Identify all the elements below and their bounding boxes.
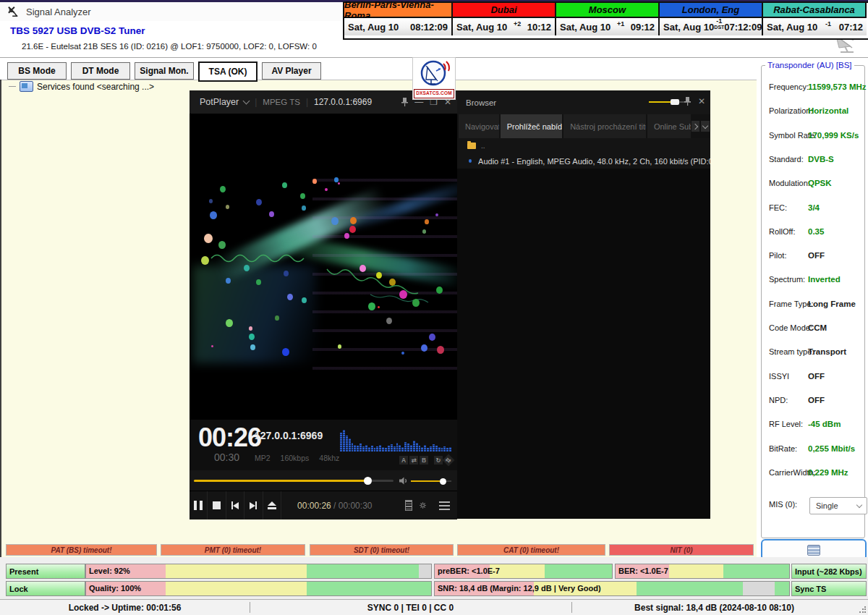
spectrum-bar	[365, 445, 367, 451]
folder-up-row[interactable]: ..	[457, 138, 710, 153]
separator: |	[306, 97, 308, 107]
video-particle	[244, 265, 250, 271]
spectrum-bar	[441, 448, 443, 451]
browser-tab-navigovat[interactable]: Navigovat	[459, 114, 499, 138]
tab-bs-mode[interactable]: BS Mode	[7, 62, 67, 80]
transponder-field-row: RollOff:0.35	[762, 227, 864, 238]
spectrum-bar	[419, 446, 421, 451]
playlist-icon[interactable]	[405, 500, 412, 511]
video-canvas[interactable]	[190, 114, 457, 420]
spectrum-bar	[443, 446, 446, 451]
spectrum-bar	[343, 430, 345, 451]
tab-scroll-right-button[interactable]	[692, 121, 700, 132]
tab-tsa-ok-[interactable]: TSA (OK)	[198, 62, 258, 82]
stream-url: 127.0.0.1:6969	[255, 430, 323, 441]
stream-source: 127.0.0.1:6969	[314, 97, 372, 107]
pause-button[interactable]	[190, 491, 208, 519]
seek-thumb[interactable]	[364, 477, 372, 485]
next-button[interactable]	[244, 491, 263, 519]
field-value: 0.35	[808, 227, 824, 236]
audio-track-row[interactable]: Audio #1 - English, MPEG Audio, 48.0 kHz…	[457, 153, 710, 169]
spectrum-bar	[435, 446, 438, 451]
quality-bar: Quality: 100%	[85, 581, 432, 596]
mis-select[interactable]: Single	[809, 497, 867, 514]
gear-icon[interactable]	[420, 500, 426, 511]
volume-icon[interactable]	[399, 477, 408, 485]
close-icon[interactable]: ✕	[698, 96, 705, 106]
spectrum-bar	[376, 446, 378, 451]
volume-thumb[interactable]	[440, 478, 446, 485]
world-clocks: Berlin-Paris-Vienna-RomaDubaiMoscowLondo…	[343, 1, 868, 40]
transponder-field-row: Stream type:Transport	[762, 347, 864, 358]
opacity-slider-thumb[interactable]	[671, 99, 679, 105]
field-value: DVB-S	[808, 155, 834, 164]
status-best-signal: Best signal: 18,4 dB (2024-08-10 08:10)	[571, 603, 857, 613]
ab-button-0[interactable]: A	[399, 456, 408, 465]
ab-button-2[interactable]: B	[420, 456, 428, 465]
video-particle	[436, 287, 443, 294]
field-label: Frame Type:	[769, 300, 814, 308]
field-value: Horizontal	[808, 106, 848, 115]
field-label: RF Level:	[769, 420, 803, 428]
browser-tab-prohlížeč-nabídky[interactable]: Prohlížeč nabídky	[501, 114, 562, 138]
clock-city-header: Dubai	[453, 3, 556, 18]
tab-av-player[interactable]: AV Player	[262, 62, 321, 80]
stop-button[interactable]	[208, 491, 226, 519]
clock-time: 08:12:09	[410, 22, 448, 33]
folder-icon	[467, 143, 476, 149]
volume-bar[interactable]	[411, 480, 451, 482]
field-value: 3/4	[808, 203, 820, 212]
menu-icon[interactable]	[439, 501, 450, 510]
seek-bar[interactable]	[194, 480, 393, 482]
potplayer-menu[interactable]: PotPlayer	[200, 97, 239, 107]
tab-dt-mode[interactable]: DT Mode	[71, 62, 130, 80]
clock-time: 10:12	[527, 22, 551, 33]
bar-segment	[545, 564, 612, 578]
transponder-field-row: Standard:DVB-S	[762, 155, 864, 166]
transponder-fieldset: Frequency:11599,573 MHzPolarization:Hori…	[761, 65, 865, 538]
eject-button[interactable]	[263, 491, 281, 519]
spectrum-bar	[446, 448, 448, 451]
pin-icon[interactable]	[401, 98, 408, 106]
clock-time: 09:12	[631, 22, 655, 33]
field-value: 170,999 KS/s	[808, 131, 859, 140]
spectrum-bar	[421, 447, 423, 451]
field-label: Polarization:	[769, 106, 813, 115]
psi-bar-pmt: PMT (0) timeout!	[161, 544, 305, 556]
spectrum-bar	[430, 446, 432, 451]
video-particle	[425, 219, 429, 224]
clock-city-header: Rabat-Casablanca	[763, 3, 867, 18]
resize-grip[interactable]	[859, 606, 866, 614]
tab-signal-mon-[interactable]: Signal Mon.	[135, 62, 194, 80]
services-tree-item[interactable]: Services found <searching ...>	[9, 81, 154, 92]
seek-row	[190, 470, 457, 491]
pin-icon[interactable]	[684, 97, 691, 106]
field-label: Standard:	[769, 155, 804, 164]
bar-label: Level: 92%	[89, 567, 130, 575]
video-particle	[275, 315, 279, 321]
bar-label: BER: <1.0E-7	[618, 567, 668, 575]
bullet-icon	[469, 159, 472, 163]
browser-tab-nástroj-procházení-titulků[interactable]: Nástroj procházení titulků	[563, 114, 646, 138]
mode-tabs: BS ModeDT ModeSignal Mon.TSA (OK)AV Play…	[7, 62, 321, 80]
clock-offset: +2	[507, 21, 527, 27]
previous-button[interactable]	[226, 491, 244, 519]
field-value: Long Frame	[808, 300, 856, 308]
snr-bar: SNR: 18,4 dB (Margin: 12,9 dB | Very Goo…	[434, 581, 790, 596]
bar-segment	[166, 582, 307, 595]
ab-button-3[interactable]: ↻	[434, 456, 443, 465]
clock-time: 07:12	[839, 22, 863, 33]
status-lock-uptime: Locked -> Uptime: 00:01:56	[0, 603, 250, 613]
clock-city-header: Berlin-Paris-Vienna-Roma	[344, 3, 453, 18]
spectrum-bar	[416, 443, 418, 451]
potplayer-window: PotPlayer | MPEG TS | 127.0.0.1:6969 — ❒…	[190, 90, 457, 519]
ab-button-4[interactable]: ⇄	[443, 454, 455, 467]
clock-city-header: London, Eng	[660, 3, 763, 18]
tab-dropdown-button[interactable]	[701, 121, 710, 132]
chevron-down-icon	[856, 502, 862, 508]
browser-tab-online-sub[interactable]: Online Sub	[647, 114, 691, 138]
services-label: Services found <searching ...>	[37, 82, 154, 92]
time-total: / 00:00:30	[333, 501, 372, 511]
ab-button-1[interactable]: ⇄	[409, 456, 418, 465]
transponder-legend: Transponder (AU) [BS]	[765, 61, 854, 69]
